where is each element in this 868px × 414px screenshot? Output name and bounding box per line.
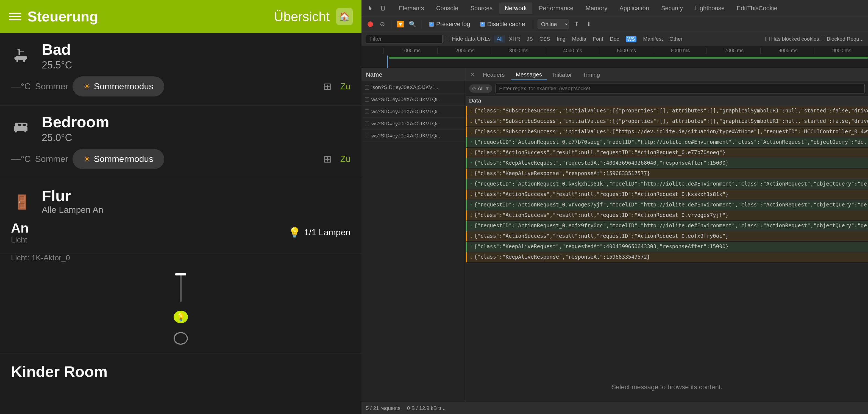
message-row[interactable]: ↑{"requestID":"ActionRequest_0.vrvoges7y… (466, 200, 868, 210)
name-list-item[interactable]: ws?SID=eyJ0eXAiOiJKV1Qi... (362, 118, 466, 130)
tab-headers[interactable]: Headers (478, 70, 509, 80)
devtools-tab-memory[interactable]: Memory (580, 2, 613, 14)
message-row[interactable]: ↓{"class":"ActionSuccess","result":null,… (466, 210, 868, 221)
message-row[interactable]: ↓{"class":"SubscribeSuccess","initialVal… (466, 116, 868, 127)
name-list-item[interactable]: json?SID=eyJ0eXAiOiJKV1... (362, 81, 466, 93)
name-list-item[interactable]: ws?SID=eyJ0eXAiOiJKV1Qi... (362, 93, 466, 106)
message-row[interactable]: ↑{"class":"KeepAliveRequest","requestedA… (466, 158, 868, 169)
room-bad-mode-button[interactable]: ☀ Sommermodus (72, 77, 164, 96)
slider-bar[interactable] (180, 273, 182, 302)
filter-type-doc[interactable]: Doc (607, 35, 622, 42)
search-icon-button[interactable]: 🔍 (408, 20, 417, 29)
timeline-marker: 1000 ms (383, 48, 437, 54)
details-panel: ✕ Headers Messages Initiator Timing ⊘ Al… (466, 68, 868, 402)
name-item-checkbox[interactable] (365, 110, 369, 114)
flur-light-status: An Licht (11, 220, 29, 244)
data-section-header: Data (466, 96, 868, 106)
name-list-item[interactable]: ws?SID=eyJ0eXAiOiJKV1Qi... (362, 130, 466, 142)
hide-data-urls-label[interactable]: Hide data URLs (446, 36, 491, 42)
hide-data-urls-checkbox[interactable] (446, 37, 450, 41)
stop-button[interactable]: ⊘ (378, 20, 387, 29)
tab-initiator[interactable]: Initiator (548, 70, 577, 80)
message-arrow: ↓ (470, 191, 472, 197)
filter-type-font[interactable]: Font (590, 35, 606, 42)
light-actor-label: Licht: 1K-Aktor_0 (11, 254, 350, 262)
message-row[interactable]: ↓{"class":"KeepAliveResponse","responseA… (466, 169, 868, 179)
message-arrow: ↑ (470, 223, 472, 229)
message-row[interactable]: ↓{"class":"ActionSuccess","result":null,… (466, 189, 868, 200)
room-bad-mode-temp: ––°C (11, 81, 31, 92)
message-row[interactable]: ↑{"requestID":"ActionRequest_0.kxskxh1s8… (466, 179, 868, 189)
grid-icon-bad[interactable]: ⊞ (323, 81, 332, 92)
home-icon[interactable]: 🏠 (336, 8, 353, 25)
message-row[interactable]: ↓{"class":"ActionSuccess","result":null,… (466, 231, 868, 242)
devtools-tab-performance[interactable]: Performance (533, 2, 579, 14)
device-tool-button[interactable] (378, 3, 388, 13)
room-bedroom-temp: 25.0°C (42, 132, 350, 144)
message-row[interactable]: ↓{"class":"SubscribeSuccess","initialVal… (466, 127, 868, 137)
message-arrow: ↑ (470, 202, 472, 208)
regex-filter-input[interactable] (496, 84, 865, 93)
grid-icon-bedroom[interactable]: ⊞ (323, 153, 332, 165)
message-row[interactable]: ↓{"class":"ActionSuccess","result":null,… (466, 148, 868, 158)
filter-type-img[interactable]: Img (554, 35, 568, 42)
message-row[interactable]: ↓{"class":"SubscribeSuccess","initialVal… (466, 106, 868, 116)
preserve-log-label[interactable]: Preserve log (426, 20, 473, 29)
message-text: {"class":"KeepAliveRequest","requestedAt… (474, 160, 729, 166)
filter-type-all[interactable]: All (494, 35, 505, 42)
slider-thumb[interactable] (175, 273, 186, 275)
devtools-tab-application[interactable]: Application (614, 2, 655, 14)
blocked-req-checkbox[interactable] (821, 37, 825, 41)
name-item-checkbox[interactable] (365, 134, 369, 138)
throttle-select[interactable]: Online Fast 3G Slow 3G (537, 20, 569, 29)
devtools-tab-security[interactable]: Security (656, 2, 688, 14)
cursor-tool-button[interactable] (366, 3, 376, 13)
header-left: Steuerung (9, 8, 98, 25)
has-blocked-checkbox[interactable] (765, 37, 770, 41)
all-filter-button[interactable]: ⊘ All ▼ (469, 84, 492, 93)
disable-cache-label[interactable]: Disable cache (477, 20, 528, 29)
message-row[interactable]: ↑{"requestID":"ActionRequest_0.eofx9fry0… (466, 221, 868, 231)
header-right: Übersicht 🏠 (274, 8, 353, 25)
room-bad-right-controls: ⊞ Zu (323, 81, 350, 92)
name-item-checkbox[interactable] (365, 121, 369, 126)
devtools-tab-network[interactable]: Network (499, 2, 532, 14)
tab-messages[interactable]: Messages (510, 69, 547, 80)
devtools-tab-console[interactable]: Console (431, 2, 464, 14)
message-arrow: ↓ (470, 212, 472, 218)
devtools-tab-editthiscookie[interactable]: EditThisCookie (731, 2, 783, 14)
message-row[interactable]: ↓{"class":"KeepAliveResponse","responseA… (466, 252, 868, 263)
name-list-item[interactable]: ws?SID=eyJ0eXAiOiJKV1Qi... (362, 106, 466, 118)
devtools-tab-lighthouse[interactable]: Lighthouse (689, 2, 730, 14)
filter-icon-button[interactable]: 🔽 (396, 20, 405, 29)
tab-timing[interactable]: Timing (578, 70, 605, 80)
filter-type-js[interactable]: JS (524, 35, 535, 42)
slider-area: Licht: 1K-Aktor_0 💡 (0, 254, 362, 354)
filter-type-css[interactable]: CSS (537, 35, 553, 42)
circle-icon[interactable] (174, 332, 188, 345)
hamburger-menu-button[interactable] (9, 13, 21, 20)
room-bedroom-mode-button[interactable]: ☀ Sommermodus (72, 149, 164, 169)
filter-type-media[interactable]: Media (569, 35, 589, 42)
record-button[interactable] (366, 20, 375, 29)
timeline-activity (389, 57, 868, 59)
filter-bar: Hide data URLs AllXHRJSCSSImgMediaFontDo… (362, 32, 868, 46)
details-close-button[interactable]: ✕ (468, 70, 477, 79)
filter-input[interactable] (366, 35, 442, 43)
export-button[interactable]: ⬇ (584, 20, 593, 29)
filter-type-ws[interactable]: WS (623, 35, 639, 42)
name-item-checkbox[interactable] (365, 85, 369, 90)
devtools-tab-elements[interactable]: Elements (393, 2, 430, 14)
devtools-tab-sources[interactable]: Sources (465, 2, 498, 14)
room-bad-header: Bad 25.5°C (11, 42, 350, 71)
message-row[interactable]: ↑{"class":"KeepAliveRequest","requestedA… (466, 242, 868, 252)
filter-type-buttons: AllXHRJSCSSImgMediaFontDocWSManifestOthe… (494, 35, 685, 42)
filter-type-xhr[interactable]: XHR (506, 35, 523, 42)
name-item-checkbox[interactable] (365, 97, 369, 102)
filter-type-other[interactable]: Other (666, 35, 685, 42)
flur-light-label: Licht (11, 236, 29, 244)
filter-type-manifest[interactable]: Manifest (640, 35, 665, 42)
message-row[interactable]: ↑{"requestID":"ActionRequest_0.e77b70soe… (466, 137, 868, 148)
room-bad-controls: ––°C Sommer ☀ Sommermodus ⊞ Zu (11, 77, 350, 96)
import-button[interactable]: ⬆ (572, 20, 581, 29)
